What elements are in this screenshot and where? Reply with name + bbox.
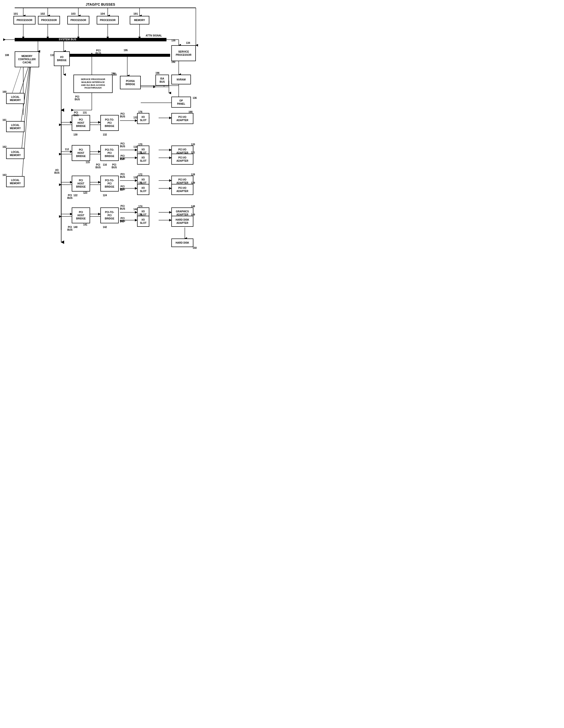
ref-160: 160 [2,91,7,93]
processor-104: PROCESSOR [97,16,119,24]
svg-rect-14 [15,38,166,41]
pci-to-pci-bridge-124: PCI-TO-PCIBRIDGE [100,176,119,192]
ref-161: 161 [2,119,7,121]
ref-136: 136 [193,97,197,99]
hard-disk-150: HARD DISK [171,239,193,247]
ref-119: 119 [120,158,124,160]
pci-host-bridge-122: PCIHOSTBRIDGE [72,176,90,192]
ref-124: 124 [103,194,107,197]
pci-bus-118-label: PCI BUS [120,142,125,148]
ref-141: 141 [83,223,87,226]
ref-103: 103 [71,12,75,15]
pci-to-pci-bridge-116: PCI-TO-PCIBRIDGE [100,145,119,161]
svg-marker-34 [91,53,93,55]
pci-bus-144-label: PCI BUS [120,205,125,210]
ref-102: 102 [40,12,45,15]
svg-marker-24 [138,37,141,39]
op-panel-box: OPPANEL [171,97,191,108]
ref-172: 172 [138,173,142,176]
pci-bus-131-label: PCI BUS [75,95,80,101]
ref-173: 173 [138,182,142,184]
ref-148: 148 [191,205,195,208]
pci-to-pci-bridge-142: PCI-TO-PCIBRIDGE [100,207,119,223]
svg-marker-18 [46,37,49,39]
pci-bus-133-label: PCI BUS [120,113,125,118]
ref-142: 142 [103,226,107,228]
io-slot-171: I/OSLOT [137,154,149,165]
pci-to-pci-bridge-132: PCI-TO-PCIBRIDGE [100,115,119,131]
pci-io-adapter-190: PCI I/OADAPTER [171,113,193,124]
diagram: JTAG/I²C BUSSES PROCESSOR 101 PROCESSOR … [0,0,220,281]
ref-150: 150 [193,247,197,249]
io-slot-176: I/OSLOT [137,113,149,124]
ref-135: 135 [171,39,175,42]
ref-190: 190 [188,111,193,113]
pci-bus-126-label: PCI BUS [120,173,125,178]
ref-131: 131 [83,111,87,114]
ref-193: 193 [113,73,117,76]
memory-controller-cache: MEMORYCONTROLLER/CACHE [15,51,39,67]
ref-192-nvram-ref: 192 [171,61,175,63]
ref-115: 115 [86,161,90,164]
ref-122: 122 [73,194,78,197]
io-bus-label: I/OBUS [54,169,59,174]
ref-191: 191 [133,12,138,15]
ref-101: 101 [13,12,18,15]
pci-bus-141-label: PCIBUS [67,226,72,231]
ref-130: 130 [73,133,78,136]
ref-171: 171 [138,151,142,154]
ref-112: 112 [65,148,69,151]
service-processor-box: SERVICEPROCESSOR [171,45,196,61]
pci-bus-131-ref-label: PCIBUS [73,111,79,117]
svg-marker-20 [77,37,80,39]
pci-host-bridge-140: PCIHOSTBRIDGE [72,207,90,223]
pci-bus-top-label: PCI BUS [95,49,101,55]
local-memory-161: LOCALMEMORY [6,121,24,132]
ref-176: 176 [138,111,142,113]
ref-128: 128 [191,173,195,176]
pci-io-adapter-129: PCI I/OADAPTER [171,184,193,195]
io-slot-175: I/OSLOT [137,216,149,227]
io-bridge-top: I/OBRIDGE [54,51,70,66]
processor-103: PROCESSOR [67,16,89,24]
ref-123: 123 [83,192,87,194]
pci-bus-123-label: PCIBUS [67,194,72,199]
pci-bus-115: PCIBUS [95,163,101,169]
pci-io-adapter-121: PCI I/OADAPTER [171,154,193,165]
ref-149: 149 [191,213,195,216]
processor-101: PROCESSOR [13,16,35,24]
ref-170: 170 [138,143,142,146]
ref-pci-bus-116: PCI BUS [112,163,117,169]
nvram-box: NVRAM [171,75,191,84]
ref-132: 132 [103,133,107,136]
ref-195: 195 [124,49,128,52]
isa-bus-box: ISABUS [155,75,169,86]
jtag-label: JTAG/I²C BUSSES [86,2,115,6]
ref-127: 127 [120,188,124,191]
ref-108: 108 [5,54,9,57]
svg-marker-22 [106,37,109,39]
memory-191: MEMORY [130,16,149,24]
svg-line-78 [22,64,30,150]
pci-isa-bridge: PCI/ISABRIDGE [120,76,141,89]
system-bus-label: SYSTEM BUS [59,38,76,41]
ref-163: 163 [2,174,7,176]
local-memory-163: LOCALMEMORY [6,176,24,187]
ref-129: 129 [191,182,195,184]
hard-disk-adapter-149: HARD DISKADAPTER [171,216,193,227]
io-slot-173: I/OSLOT [137,184,149,195]
attn-signal-label: ATTN SIGNAL [146,34,162,37]
ref-174: 174 [138,205,142,208]
local-memory-162: LOCALMEMORY [6,148,24,159]
local-memory-160: LOCALMEMORY [6,93,24,104]
ref-134: 134 [186,42,190,44]
processor-102: PROCESSOR [38,16,60,24]
svg-line-76 [20,64,29,94]
ref-116: 116 [103,163,107,166]
pci-host-bridge-130: PCIHOSTBRIDGE [72,115,90,131]
pci-host-bridge-112: PCIHOSTBRIDGE [72,145,90,161]
ref-104: 104 [100,12,105,15]
svg-marker-16 [22,37,24,39]
svg-rect-31 [60,54,170,57]
ref-120: 120 [191,143,195,146]
